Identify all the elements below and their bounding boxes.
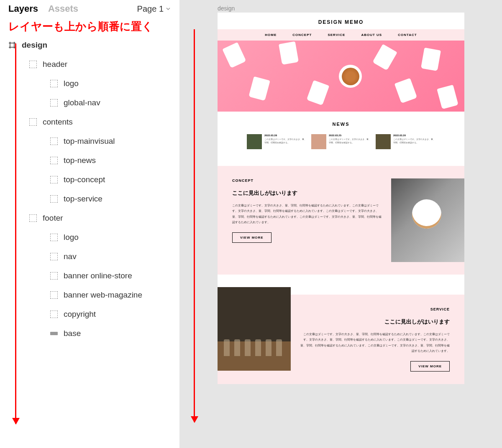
news-date: 2022.03.20: [393, 134, 435, 137]
chevron-down-icon: [165, 6, 171, 12]
layer-top-mainvisual[interactable]: top-mainvisual: [0, 132, 179, 151]
news-body: この文章はダミーです。文字の大きさ、量、字間、行間等を確認する。: [329, 138, 371, 144]
layer-label: top-mainvisual: [64, 137, 115, 146]
group-icon: [50, 311, 58, 318]
group-icon: [29, 61, 37, 68]
group-icon: [50, 272, 58, 280]
layer-label: logo: [64, 79, 79, 88]
group-icon: [50, 253, 58, 260]
hero-image: [218, 41, 464, 112]
layer-label: header: [43, 60, 67, 69]
group-icon: [50, 234, 58, 241]
layer-label: banner online-store: [64, 271, 132, 280]
page-name: Page 1: [137, 4, 164, 14]
layer-banner-online-store[interactable]: banner online-store: [0, 266, 179, 285]
layer-label: design: [22, 41, 47, 50]
view-more-button: VIEW MORE: [410, 361, 450, 372]
rectangle-icon: [50, 332, 58, 335]
group-icon: [50, 157, 58, 164]
news-thumb: [376, 134, 391, 149]
layer-banner-web-magazine[interactable]: banner web-magazine: [0, 285, 179, 305]
layer-label: footer: [43, 214, 63, 223]
layer-label: logo: [64, 233, 79, 242]
group-icon: [50, 291, 58, 299]
layer-label: banner web-magazine: [64, 290, 142, 300]
layer-label: copyright: [64, 310, 96, 319]
nav-item: HOME: [265, 33, 277, 37]
layer-label: top-service: [64, 194, 102, 204]
design-frame[interactable]: DESIGN MEMO HOME CONCEPT SERVICE ABOUT U…: [218, 13, 464, 384]
view-more-button: VIEW MORE: [232, 232, 271, 243]
layer-label: global-nav: [64, 98, 100, 107]
news-body: この文章はダミーです。文字の大きさ、量、字間、行間等を確認する。: [393, 138, 435, 144]
news-item: 2022.03.25 この文章はダミーです。文字の大きさ、量、字間、行間等を確認…: [311, 134, 371, 149]
news-thumb: [311, 134, 326, 149]
annotation-arrow-left: [15, 43, 16, 424]
layer-copyright[interactable]: copyright: [0, 305, 179, 324]
layer-logo[interactable]: logo: [0, 74, 179, 93]
news-date: 2022.03.25: [329, 134, 371, 137]
service-image: [218, 287, 291, 371]
layer-label: top-news: [64, 156, 96, 165]
layer-label: base: [64, 329, 81, 338]
layer-tree: design header logo global-nav contents t…: [0, 36, 179, 448]
layer-label: nav: [64, 252, 77, 261]
tab-layers[interactable]: Layers: [8, 3, 38, 14]
site-header: DESIGN MEMO: [218, 13, 464, 29]
site-nav: HOME CONCEPT SERVICE ABOUT US CONTACT: [218, 29, 464, 41]
layer-frame-design[interactable]: design: [0, 36, 179, 55]
service-body: この文章はダミーです。文字の大きさ、量、字間、行間等を確認するために入れています…: [299, 331, 450, 354]
layer-footer-logo[interactable]: logo: [0, 228, 179, 247]
news-section: NEWS 2022.03.28 この文章はダミーです。文字の大きさ、量、字間、行…: [218, 112, 464, 162]
concept-body: この文章はダミーです。文字の大きさ、量、字間、行間等を確認するために入れています…: [232, 203, 383, 225]
nav-item: CONCEPT: [292, 33, 312, 37]
tab-assets[interactable]: Assets: [48, 3, 78, 14]
news-item: 2022.03.20 この文章はダミーです。文字の大きさ、量、字間、行間等を確認…: [376, 134, 435, 149]
layer-footer-nav[interactable]: nav: [0, 247, 179, 266]
service-heading: ここに見出しがはいります: [299, 318, 450, 326]
layer-label: top-concept: [64, 175, 105, 184]
concept-image: [391, 178, 464, 262]
layers-panel: Layers Assets Page 1 レイヤーも上から順番に置く desig…: [0, 0, 180, 448]
group-icon: [50, 137, 58, 145]
concept-section: CONCEPT ここに見出しがはいります この文章はダミーです。文字の大きさ、量…: [218, 166, 464, 275]
layer-group-contents[interactable]: contents: [0, 112, 179, 132]
group-icon: [29, 118, 37, 126]
group-icon: [29, 214, 37, 222]
annotation-text: レイヤーも上から順番に置く: [0, 18, 179, 36]
news-item: 2022.03.28 この文章はダミーです。文字の大きさ、量、字間、行間等を確認…: [247, 134, 306, 149]
layer-top-concept[interactable]: top-concept: [0, 170, 179, 189]
group-icon: [50, 195, 58, 203]
panel-tabs: Layers Assets Page 1: [0, 0, 179, 18]
page-selector[interactable]: Page 1: [137, 4, 171, 14]
concept-heading: ここに見出しがはいります: [232, 189, 383, 197]
news-grid: 2022.03.28 この文章はダミーです。文字の大きさ、量、字間、行間等を確認…: [226, 134, 456, 149]
service-section: SERVICE ここに見出しがはいります この文章はダミーです。文字の大きさ、量…: [218, 295, 464, 384]
layer-label: contents: [43, 117, 73, 127]
group-icon: [50, 176, 58, 183]
nav-item: ABOUT US: [361, 33, 382, 37]
group-icon: [50, 99, 58, 107]
nav-item: CONTACT: [398, 33, 417, 37]
news-thumb: [247, 134, 262, 149]
news-date: 2022.03.28: [264, 134, 306, 137]
canvas[interactable]: design DESIGN MEMO HOME CONCEPT SERVICE …: [180, 0, 502, 448]
group-icon: [50, 80, 58, 87]
layer-group-footer[interactable]: footer: [0, 209, 179, 228]
news-body: この文章はダミーです。文字の大きさ、量、字間、行間等を確認する。: [264, 138, 306, 144]
canvas-frame-label[interactable]: design: [218, 5, 485, 12]
layer-top-service[interactable]: top-service: [0, 189, 179, 209]
layer-global-nav[interactable]: global-nav: [0, 93, 179, 112]
concept-label: CONCEPT: [232, 178, 383, 183]
layer-group-header[interactable]: header: [0, 55, 179, 74]
layer-base[interactable]: base: [0, 324, 179, 343]
service-label: SERVICE: [299, 307, 450, 311]
layer-top-news[interactable]: top-news: [0, 151, 179, 170]
nav-item: SERVICE: [328, 33, 345, 37]
annotation-arrow-right: [194, 29, 195, 422]
news-title: NEWS: [226, 122, 456, 127]
site-logo: DESIGN MEMO: [218, 19, 464, 25]
